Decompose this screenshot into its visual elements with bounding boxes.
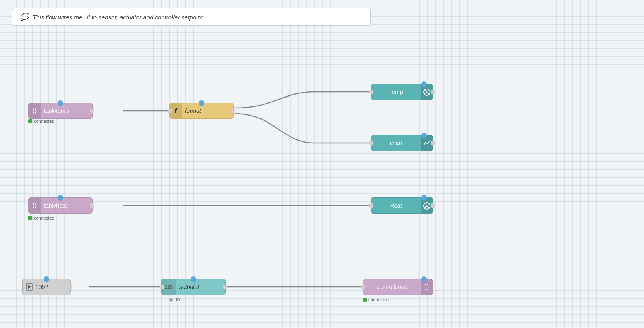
inject-dot (44, 276, 49, 282)
setpoint-port-out[interactable] (223, 285, 227, 289)
chart-port-out[interactable] (431, 141, 435, 145)
temp-port-out[interactable] (431, 90, 435, 94)
chart-dot (421, 133, 427, 138)
setpoint-label: setpoint (179, 284, 199, 290)
inject-toggle[interactable] (26, 283, 33, 291)
format-dot (199, 100, 204, 106)
controller-sp-node[interactable]: controller/sp )) (363, 279, 433, 295)
temp-label: Temp (374, 89, 418, 95)
setpoint-port-in[interactable] (160, 285, 164, 289)
heat-ui-node[interactable]: Heat (371, 197, 433, 214)
tank-temp-status: connected (28, 119, 54, 124)
comment-icon: 💬 (20, 12, 29, 21)
format-port-out[interactable] (231, 109, 235, 113)
setpoint-status-dot (169, 298, 173, 302)
chart-label: chart (374, 140, 418, 146)
format-label: format (185, 108, 201, 114)
temp-dot (421, 81, 427, 87)
setpoint-dot (191, 276, 196, 282)
tank-temp-node[interactable]: )) tank/temp (28, 103, 93, 119)
controller-status-dot (363, 298, 367, 302)
chart-ui-node[interactable]: chart (371, 135, 433, 151)
temp-ui-node[interactable]: Temp (371, 84, 433, 100)
inject-node[interactable]: 100 ¹ (22, 279, 71, 295)
tank-temp-port-out[interactable] (90, 109, 94, 113)
tank-heat-port-out[interactable] (90, 203, 94, 208)
comment-node: 💬 This flow wires the UI to sensor, actu… (12, 8, 371, 26)
tank-temp-dot (58, 100, 63, 106)
svg-line-3 (426, 204, 427, 206)
inject-label: 100 ¹ (35, 284, 48, 290)
tank-heat-label: tank/heat (44, 202, 67, 209)
status-dot-green (28, 119, 32, 123)
controller-dot (421, 276, 427, 282)
controller-port-in[interactable] (361, 285, 365, 289)
setpoint-node[interactable]: 123 setpoint (161, 279, 226, 295)
mqtt-icon: )) (29, 103, 41, 118)
heat-port-out[interactable] (431, 203, 435, 208)
setpoint-status: 101 (169, 297, 182, 302)
mqtt-heat-icon: )) (29, 198, 41, 213)
tank-temp-label: tank/temp (44, 108, 69, 114)
heat-label: Heat (374, 202, 418, 209)
temp-port-in[interactable] (369, 90, 373, 94)
tank-heat-status: connected (28, 216, 54, 220)
svg-marker-4 (28, 285, 31, 289)
format-port-in[interactable] (168, 109, 172, 113)
controller-label: controller/sp (366, 284, 418, 290)
heat-status-dot (28, 216, 32, 220)
setpoint-icon: 123 (162, 279, 176, 295)
tank-heat-dot (58, 195, 63, 201)
comment-text: This flow wires the UI to sensor, actuat… (33, 14, 203, 21)
heat-dot (421, 195, 427, 201)
svg-line-1 (426, 90, 427, 92)
format-node[interactable]: f format (169, 103, 234, 119)
chart-port-in[interactable] (369, 141, 373, 145)
heat-port-in[interactable] (369, 203, 373, 208)
controller-status: connected (363, 297, 389, 302)
tank-heat-node[interactable]: )) tank/heat (28, 197, 93, 214)
inject-port-out[interactable] (68, 285, 72, 289)
